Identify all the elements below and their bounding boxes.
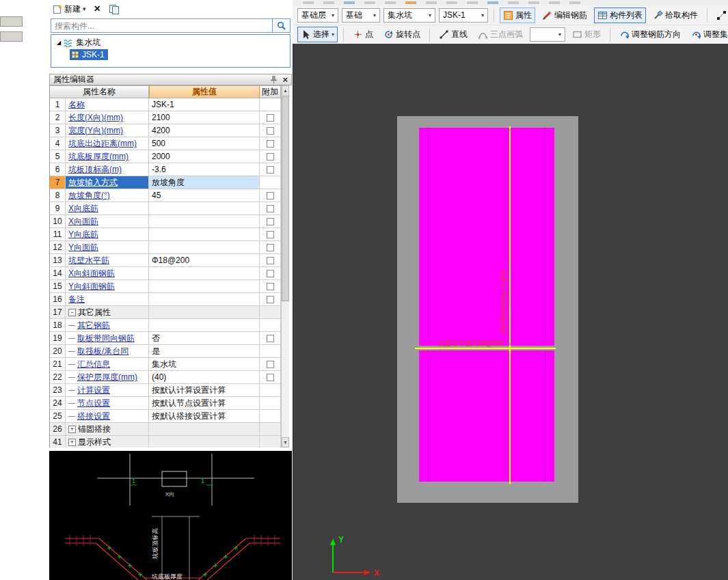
rotate-point-tool-button[interactable]: 旋转点	[380, 27, 424, 42]
property-row-3[interactable]: 3宽度(Y向)(mm)4200	[50, 124, 281, 137]
property-row-41[interactable]: 41+显示样式	[50, 436, 281, 447]
property-row-15[interactable]: 15Y向斜面钢筋	[50, 280, 281, 293]
property-value[interactable]: 按默认搭接设置计算	[149, 410, 260, 423]
property-name-cell[interactable]: 坑壁水平筋	[66, 254, 149, 267]
property-row-10[interactable]: 10X向面筋	[50, 215, 281, 228]
property-value[interactable]	[149, 423, 260, 436]
arc-method-select[interactable]: ▾	[530, 27, 565, 42]
property-value[interactable]: (40)	[149, 371, 260, 384]
search-button[interactable]	[273, 18, 291, 33]
property-value[interactable]: JSK-1	[149, 98, 260, 111]
column-header-value[interactable]: 属性值	[149, 85, 260, 98]
attach-checkbox[interactable]	[267, 153, 274, 161]
property-name-cell[interactable]: 宽度(Y向)(mm)	[66, 124, 149, 137]
rectangle-tool-button[interactable]: 矩形	[569, 27, 604, 42]
property-row-20[interactable]: 20—取筏板/承台同是	[50, 345, 281, 358]
attach-checkbox[interactable]	[267, 244, 274, 251]
property-row-4[interactable]: 4坑底出边距离(mm)500	[50, 137, 281, 150]
column-header-attach[interactable]: 附加	[260, 85, 281, 98]
property-name-cell[interactable]: —节点设置	[66, 397, 149, 410]
property-value[interactable]: 放坡角度	[149, 176, 260, 189]
property-name-cell[interactable]: 坑板顶标高(m)	[66, 163, 149, 176]
attach-checkbox[interactable]	[267, 114, 274, 122]
two-points-button[interactable]: 两点	[713, 8, 728, 23]
property-value[interactable]: 500	[149, 137, 260, 150]
property-name-cell[interactable]: +锚固搭接	[66, 423, 149, 436]
new-component-button[interactable]: 新建 ▾	[53, 3, 86, 15]
property-row-25[interactable]: 25—搭接设置按默认搭接设置计算	[50, 410, 281, 423]
property-name-cell[interactable]: +显示样式	[66, 436, 149, 447]
property-name-cell[interactable]: 放坡输入方式	[66, 176, 149, 189]
property-name-cell[interactable]: 长度(X向)(mm)	[66, 111, 149, 124]
attach-checkbox[interactable]	[267, 374, 274, 381]
property-value[interactable]	[149, 280, 260, 293]
attach-checkbox[interactable]	[267, 361, 274, 368]
category-select[interactable]: 基础 ▾	[342, 8, 380, 23]
attach-checkbox[interactable]	[267, 192, 274, 199]
property-value[interactable]	[149, 436, 260, 447]
property-value[interactable]: 是	[149, 345, 260, 358]
property-name-cell[interactable]: 放坡角度(°)	[66, 189, 149, 202]
delete-component-button[interactable]: ×	[94, 3, 100, 14]
attach-checkbox[interactable]	[267, 283, 274, 290]
property-value[interactable]	[149, 215, 260, 228]
property-row-6[interactable]: 6坑板顶标高(m)-3.6	[50, 163, 281, 176]
component-list-button[interactable]: 构件列表	[594, 8, 646, 23]
copy-component-button[interactable]	[109, 4, 120, 14]
property-value[interactable]	[149, 228, 260, 241]
property-name-cell[interactable]: —计算设置	[66, 384, 149, 397]
attach-checkbox[interactable]	[267, 127, 274, 135]
property-name-cell[interactable]: Y向底筋	[66, 228, 149, 241]
select-tool-button[interactable]: 选择 ▾	[297, 27, 338, 42]
property-value[interactable]	[149, 202, 260, 215]
expand-icon[interactable]: +	[68, 439, 76, 446]
attach-checkbox[interactable]	[267, 231, 274, 238]
property-value[interactable]	[149, 241, 260, 254]
scroll-thumb[interactable]	[282, 96, 289, 301]
property-value[interactable]	[149, 306, 260, 319]
property-value[interactable]: Φ18@200	[149, 254, 260, 267]
attach-checkbox[interactable]	[267, 166, 274, 174]
component-type-select[interactable]: 集水坑 ▾	[383, 8, 435, 23]
property-name-cell[interactable]: X向面筋	[66, 215, 149, 228]
property-editor-header[interactable]: 属性编辑器 ×	[49, 74, 292, 85]
three-point-arc-button[interactable]: 三点画弧	[474, 27, 526, 42]
property-name-cell[interactable]: —搭接设置	[66, 410, 149, 423]
property-name-cell[interactable]: 坑底出边距离(mm)	[66, 137, 149, 150]
property-value[interactable]: 按默认节点设置计算	[149, 397, 260, 410]
attach-checkbox[interactable]	[267, 296, 274, 303]
expand-icon[interactable]: +	[68, 426, 76, 433]
property-name-cell[interactable]: 坑底板厚度(mm)	[66, 150, 149, 163]
sump-pit-shape-upper[interactable]	[419, 128, 554, 346]
property-name-cell[interactable]: —汇总信息	[66, 358, 149, 371]
property-row-24[interactable]: 24—节点设置按默认节点设置计算	[50, 397, 281, 410]
adjust-sump-pit-button[interactable]: 调整集水坑放	[688, 27, 728, 42]
properties-button[interactable]: 属性	[500, 8, 535, 23]
property-row-16[interactable]: 16备注	[50, 293, 281, 306]
sump-pit-shape-lower[interactable]	[419, 350, 554, 482]
vertical-scrollbar[interactable]: ▲ ▼	[281, 85, 289, 447]
property-row-2[interactable]: 2长度(X向)(mm)2100	[50, 111, 281, 124]
property-value[interactable]: -3.6	[149, 163, 260, 176]
property-row-18[interactable]: 18—其它钢筋	[50, 319, 281, 332]
property-row-23[interactable]: 23—计算设置按默认计算设置计算	[50, 384, 281, 397]
property-name-cell[interactable]: —其它钢筋	[66, 319, 149, 332]
property-row-8[interactable]: 8放坡角度(°)45	[50, 189, 281, 202]
scroll-up-button[interactable]: ▲	[282, 85, 289, 96]
point-tool-button[interactable]: 点	[349, 27, 377, 42]
property-name-cell[interactable]: 备注	[66, 293, 149, 306]
property-value[interactable]: 按默认计算设置计算	[149, 384, 260, 397]
property-row-5[interactable]: 5坑底板厚度(mm)2000	[50, 150, 281, 163]
attach-checkbox[interactable]	[267, 140, 274, 148]
column-header-name[interactable]: 属性名称	[50, 85, 149, 98]
property-row-7[interactable]: 7放坡输入方式放坡角度	[50, 176, 281, 189]
property-value[interactable]: 4200	[149, 124, 260, 137]
property-value[interactable]: 2000	[149, 150, 260, 163]
attach-checkbox[interactable]	[267, 270, 274, 277]
property-name-cell[interactable]: X向斜面钢筋	[66, 267, 149, 280]
property-row-9[interactable]: 9X向底筋	[50, 202, 281, 215]
attach-checkbox[interactable]	[267, 335, 274, 342]
adjust-rebar-direction-button[interactable]: 调整钢筋方向	[616, 27, 684, 42]
property-name-cell[interactable]: -其它属性	[66, 306, 149, 319]
pick-component-button[interactable]: 拾取构件	[649, 8, 701, 23]
